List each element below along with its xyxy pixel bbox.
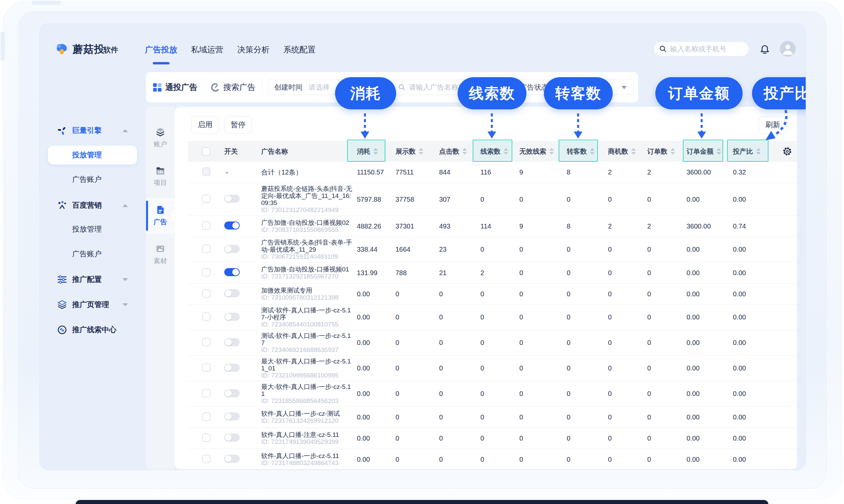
sidebar-group-landing-page-management[interactable]: 推广页管理: [40, 297, 146, 312]
nav-tab-decision-analysis[interactable]: 决策分析: [238, 44, 269, 55]
nav-tab-system-config[interactable]: 系统配置: [283, 44, 316, 55]
sidebar-group-ocean-engine[interactable]: 巨量引擎: [40, 123, 146, 138]
tab-search-ads[interactable]: 搜索广告: [211, 72, 256, 102]
chevron-up-icon[interactable]: [123, 204, 128, 207]
toggle-switch[interactable]: [224, 389, 240, 397]
sidebar-group-leads-center[interactable]: 推广线索中心: [40, 322, 146, 337]
row-checkbox[interactable]: [202, 312, 211, 321]
toggle-switch[interactable]: [224, 268, 240, 276]
metric-value: 0: [394, 434, 438, 442]
sidebar-item-delivery-management-active[interactable]: 投放管理: [48, 146, 137, 164]
row-checkbox[interactable]: [202, 245, 211, 253]
avatar[interactable]: [780, 41, 796, 57]
metric-value: 0.00: [356, 313, 394, 321]
arrowhead-icon: [361, 131, 369, 139]
row-checkbox[interactable]: [202, 289, 211, 298]
tablet-top-button: [32, 1, 61, 5]
metric-value: 0.00: [732, 339, 776, 347]
ad-id: ID: 7317132921855967270: [261, 273, 354, 280]
sort-icon[interactable]: [631, 148, 636, 155]
metric-value: 0: [518, 246, 566, 253]
chevron-up-icon[interactable]: [123, 129, 128, 132]
entity-tab-account[interactable]: 账户: [146, 120, 175, 156]
metric-value: 0.00: [732, 313, 776, 321]
metric-value: 0: [607, 290, 646, 298]
sidebar-group-baidu-marketing[interactable]: 百度营销: [40, 198, 146, 213]
ad-name: 软件-真人口播-一步-cz-5.11: [261, 452, 354, 460]
enable-button[interactable]: 启用: [191, 116, 219, 133]
toggle-switch[interactable]: [224, 412, 240, 420]
metric-value: 0: [607, 313, 646, 321]
row-checkbox[interactable]: [202, 167, 211, 176]
sort-icon[interactable]: [670, 148, 675, 155]
row-checkbox[interactable]: [202, 434, 211, 442]
header-search-placeholder: 输入名称或手机号: [670, 44, 726, 54]
metric-value: 0: [438, 339, 479, 347]
nav-tab-private-domain[interactable]: 私域运营: [191, 44, 223, 55]
toggle-switch[interactable]: [224, 245, 240, 253]
toggle-switch[interactable]: [224, 221, 240, 230]
ad-name: 测试-软件-真人口播-一步-cz-5.17: [261, 332, 354, 346]
metric-value: 0.00: [356, 413, 394, 421]
dotted-arrow-order-amount: [701, 113, 703, 132]
chevron-down-icon[interactable]: [123, 303, 128, 306]
metric-value: 0: [479, 364, 518, 372]
column-settings-button[interactable]: [776, 146, 797, 156]
sort-icon[interactable]: [462, 148, 467, 155]
nav-tab-ad-delivery[interactable]: 广告投放: [145, 44, 177, 55]
row-checkbox[interactable]: [202, 363, 211, 372]
row-checkbox[interactable]: [202, 221, 211, 230]
image-icon: [156, 244, 165, 253]
metric-value: 8: [566, 222, 607, 230]
toggle-switch[interactable]: [224, 313, 240, 321]
sort-icon[interactable]: [419, 148, 423, 155]
pause-button[interactable]: 暂停: [224, 116, 252, 133]
entity-tab-material[interactable]: 素材: [146, 237, 175, 272]
chevron-down-icon[interactable]: [123, 278, 128, 281]
metric-value: 0.00: [686, 364, 732, 372]
bell-icon[interactable]: [758, 42, 772, 56]
select-all-checkbox[interactable]: [202, 147, 211, 156]
metric-value: 0: [607, 456, 646, 463]
row-checkbox[interactable]: [202, 412, 211, 421]
header-search-input[interactable]: 输入名称或手机号: [654, 42, 749, 56]
metric-value: 0: [566, 390, 607, 398]
tab-general-ads[interactable]: 通投广告: [153, 72, 197, 102]
checkbox-cell: [188, 412, 222, 422]
callout-bubble-cost: 消耗: [335, 77, 396, 109]
entity-tab-project[interactable]: 项目: [146, 159, 175, 194]
row-checkbox[interactable]: [202, 455, 211, 463]
sidebar-item-ad-accounts[interactable]: 广告账户: [40, 172, 146, 187]
metric-value: 0.00: [732, 434, 776, 442]
row-checkbox[interactable]: [202, 268, 211, 276]
row-checkbox[interactable]: [202, 195, 211, 203]
sidebar-group-promotion-config[interactable]: 推广配置: [40, 272, 146, 287]
sort-icon[interactable]: [549, 148, 554, 155]
entity-tab-ad-active[interactable]: 广告: [146, 198, 175, 234]
sidebar-item-delivery-management-2[interactable]: 投放管理: [40, 222, 146, 237]
column-header-opportunities[interactable]: 商机数: [607, 147, 646, 156]
metric-value: 0: [566, 196, 607, 203]
metric-value: 0: [438, 290, 479, 298]
toggle-switch[interactable]: [224, 289, 240, 297]
column-header-impressions[interactable]: 展示数: [394, 147, 438, 156]
row-checkbox[interactable]: [202, 338, 211, 346]
row-checkbox[interactable]: [202, 389, 211, 397]
column-header-ad-name[interactable]: 广告名称: [260, 147, 356, 156]
column-header-switch[interactable]: 开关: [222, 147, 260, 156]
sidebar-item-ad-accounts-2[interactable]: 广告账户: [40, 247, 146, 262]
metric-value: 0: [394, 364, 438, 372]
toggle-switch[interactable]: [224, 195, 240, 203]
ad-name-cell: 测试-软件-真人口播-一步-cz-5.17-小程序ID: 72340854401…: [260, 306, 356, 329]
column-header-orders[interactable]: 订单数: [646, 147, 686, 156]
callout-bubble-roi: 投产比: [752, 77, 806, 109]
ocean-engine-icon: [57, 126, 67, 135]
metric-value: 2: [479, 269, 518, 277]
toggle-switch[interactable]: [224, 434, 240, 442]
switch-cell: [222, 268, 260, 277]
metric-value: 0: [607, 246, 646, 253]
toggle-switch[interactable]: [224, 364, 240, 372]
toggle-switch[interactable]: [224, 338, 240, 346]
ad-id: ID: 7301231270482214949: [261, 206, 354, 213]
toggle-switch[interactable]: [224, 455, 240, 463]
